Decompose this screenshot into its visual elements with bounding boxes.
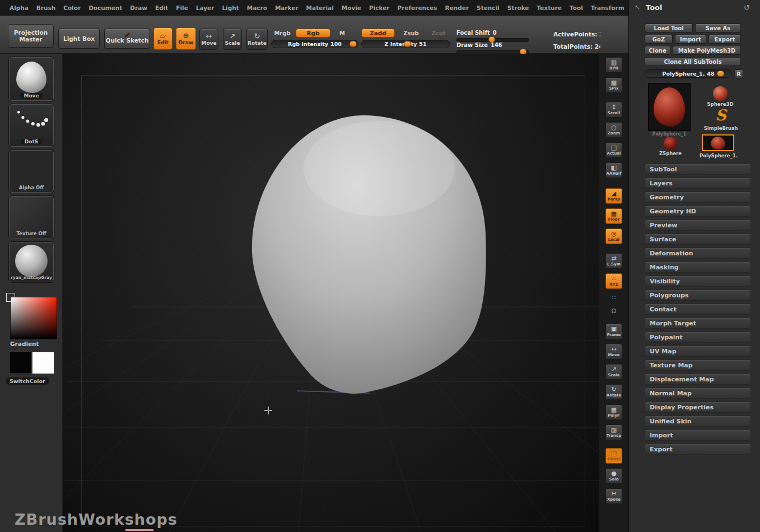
menu-alpha[interactable]: Alpha [6,4,32,11]
load-tool-button[interactable]: Load Tool [645,24,693,32]
menu-light[interactable]: Light [218,4,243,11]
shelf-ghost[interactable]: □Ghost [605,448,622,464]
menu-macro[interactable]: Macro [243,4,271,11]
main-color-swatch[interactable] [9,352,31,374]
rotate-mode-button[interactable]: ↻ Rotate [246,29,268,50]
tool-section-uv-map[interactable]: UV Map [645,346,751,357]
draw-mode-button[interactable]: ⊕ Draw [176,27,196,50]
shelf-crosshair-icon[interactable]: ∷ [608,293,620,302]
shelf-spix[interactable]: ▩SPix [605,77,622,93]
current-material-thumbnail[interactable]: ryan_matcapGray [9,242,54,282]
tool-section-texture-map[interactable]: Texture Map [645,360,751,371]
current-brush-thumbnail[interactable]: Move [9,57,54,101]
quick-sketch-button[interactable]: Quick Sketch [104,29,150,49]
menu-stroke[interactable]: Stroke [503,4,533,11]
shelf-xyz[interactable]: ∴XYZ [605,273,622,289]
zsub-button[interactable]: Zsub [397,29,425,38]
tool-section-geometry-hd[interactable]: Geometry HD [645,206,751,217]
menu-layer[interactable]: Layer [192,4,218,11]
shelf-bpr[interactable]: ▥BPR [605,57,622,73]
sphere3d-thumbnail[interactable] [713,86,728,101]
tool-section-subtool[interactable]: SubTool [645,164,751,175]
shelf-polyf[interactable]: ▦PolyF [605,404,622,420]
tool-section-contact[interactable]: Contact [645,304,751,315]
rgb-intensity-handle[interactable] [349,41,357,47]
simplebrush-thumbnail[interactable]: S [712,106,730,124]
tool-section-displacement-map[interactable]: Displacement Map [645,374,751,385]
tool-section-deformation[interactable]: Deformation [645,248,751,259]
save-as-button[interactable]: Save As [695,24,741,32]
current-texture-thumbnail[interactable]: Texture Off [9,196,54,239]
make-polymesh3d-button[interactable]: Make PolyMesh3D [673,46,741,55]
current-stroke-thumbnail[interactable]: DotS [9,104,54,147]
tool-section-masking[interactable]: Masking [645,262,751,273]
menu-material[interactable]: Material [302,4,338,11]
tool-name-slider[interactable]: PolySphere_1. 48 [645,69,732,78]
tool-section-visibility[interactable]: Visibility [645,276,751,287]
mrgb-button[interactable]: Mrgb [271,29,293,38]
tool-section-export[interactable]: Export [645,444,751,455]
m-button[interactable]: M [334,29,351,38]
current-color-swatch[interactable] [6,293,15,302]
tool-section-morph-target[interactable]: Morph Target [645,318,751,329]
shelf-l-sym[interactable]: ⇄L.Sym [605,253,622,269]
focal-shift-slider[interactable]: Focal Shift 0 [456,30,529,42]
menu-edit[interactable]: Edit [151,4,172,11]
shelf-xpose[interactable]: ∺Xpose [605,488,622,504]
menu-texture[interactable]: Texture [533,4,565,11]
tool-section-preview[interactable]: Preview [645,220,751,231]
shelf-scroll[interactable]: ↕Scroll [605,102,622,118]
menu-picker[interactable]: Picker [365,4,394,11]
shelf-local[interactable]: ◎Local [605,228,622,244]
menu-color[interactable]: Color [59,4,85,11]
menu-file[interactable]: File [172,4,192,11]
tool-name-handle[interactable] [717,71,724,77]
viewport-canvas[interactable] [63,54,599,532]
menu-transform[interactable]: Transform [587,4,628,11]
zadd-button[interactable]: Zadd [361,29,395,38]
shelf-scale[interactable]: ↗Scale [605,364,622,380]
shelf-transp[interactable]: ▨Transp [605,424,622,440]
draw-size-slider[interactable]: Draw Size 146 [456,42,529,54]
export-button[interactable]: Export [708,35,741,44]
shelf-rotate[interactable]: ↻Rotate [605,384,622,400]
refresh-icon[interactable]: ↺ [744,3,750,12]
tool-section-polygroups[interactable]: Polygroups [645,290,751,301]
focal-shift-track[interactable] [456,38,529,42]
shelf-zoom[interactable]: ○Zoom [605,122,622,138]
shelf-floor[interactable]: ▦Floor [605,208,622,224]
r-button[interactable]: R [734,69,743,78]
rgb-button[interactable]: Rgb [296,29,330,38]
tool-section-geometry[interactable]: Geometry [645,192,751,203]
menu-stencil[interactable]: Stencil [473,4,503,11]
shelf-actual[interactable]: □Actual [605,142,622,158]
tool-section-normal-map[interactable]: Normal Map [645,388,751,399]
tool-section-display-properties[interactable]: Display Properties [645,402,751,413]
clone-all-subtools-button[interactable]: Clone All SubTools [645,57,741,66]
light-box-button[interactable]: Light Box [58,29,100,49]
rgb-intensity-slider[interactable]: Rgb Intensity 100 [271,40,358,48]
tool-section-polypaint[interactable]: Polypaint [645,332,751,343]
menu-movie[interactable]: Movie [338,4,365,11]
switch-color-button[interactable]: SwitchColor [6,377,49,385]
current-tool-thumbnail[interactable] [648,83,691,131]
edit-mode-button[interactable]: ▱ Edit [153,27,172,50]
tool-section-unified-skin[interactable]: Unified Skin [645,416,751,427]
menu-brush[interactable]: Brush [32,4,59,11]
goz-button[interactable]: GoZ [645,35,673,44]
back-arrow-icon[interactable]: ↖ [635,3,640,11]
tool-section-surface[interactable]: Surface [645,234,751,245]
menu-draw[interactable]: Draw [126,4,151,11]
import-button[interactable]: Import [675,35,706,44]
move-mode-button[interactable]: ↔ Move [199,29,218,50]
menu-render[interactable]: Render [441,4,473,11]
menu-preferences[interactable]: Preferences [394,4,441,11]
tool-section-import[interactable]: Import [645,430,751,441]
projection-master-button[interactable]: Projection Master [8,24,54,48]
menu-tool[interactable]: Tool [566,4,587,11]
shelf-move[interactable]: ↔Move [605,344,622,360]
tool-section-layers[interactable]: Layers [645,178,751,189]
shelf-aahalf[interactable]: ◧AAHalf [605,162,622,178]
color-picker[interactable] [10,297,57,339]
shelf-headset-icon[interactable]: Ω [608,307,620,316]
